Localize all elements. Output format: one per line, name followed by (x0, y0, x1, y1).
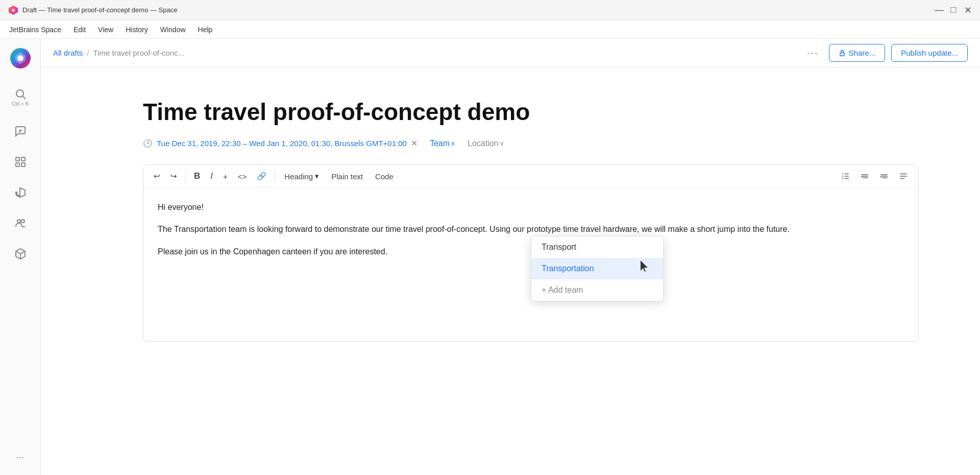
indent-icon (860, 172, 869, 181)
align-menu-button[interactable] (895, 170, 912, 183)
svg-line-7 (22, 97, 26, 100)
numbered-list-button[interactable]: 1 2 3 (837, 170, 854, 183)
content-paragraph-1: Hi everyone! (158, 200, 904, 214)
minimize-button[interactable]: — (935, 6, 943, 14)
location-chevron-icon: ∨ (500, 140, 504, 147)
content-paragraph-2: The Transportation team is looking forwa… (158, 222, 904, 236)
breadcrumb-separator: / (87, 49, 89, 57)
outdent-icon (879, 172, 889, 181)
svg-rect-12 (16, 163, 19, 167)
team-selector[interactable]: Team ∧ (430, 139, 455, 148)
toolbar-separator-1 (185, 171, 186, 181)
sidebar: Ctrl + K (0, 39, 41, 475)
editor-toolbar: ↩ ↪ B I + <> 🔗 Heading ▾ Plain text Code (143, 165, 918, 188)
code-inline-button[interactable]: <> (234, 170, 251, 183)
redo-button[interactable]: ↪ (166, 170, 181, 183)
menu-edit[interactable]: Edit (68, 23, 91, 36)
svg-point-16 (21, 220, 24, 223)
search-icon (14, 88, 27, 100)
italic-button[interactable]: I (206, 169, 217, 183)
title-bar-left: Draft — Time travel proof-of-concept dem… (8, 5, 177, 15)
svg-text:3: 3 (842, 177, 844, 180)
document-meta: 🕐 Tue Dec 31, 2019, 22:30 – Wed Jan 1, 2… (143, 138, 919, 148)
more-options-button[interactable]: ··· (803, 45, 823, 61)
title-bar: Draft — Time travel proof-of-concept dem… (0, 0, 980, 20)
svg-point-6 (16, 90, 23, 97)
document-area: Time travel proof-of-concept demo 🕐 Tue … (41, 67, 980, 475)
sidebar-item-announcements[interactable] (4, 182, 37, 203)
heading-chevron-icon: ▾ (315, 172, 319, 181)
menu-jetbrains-space[interactable]: JetBrains Space (4, 23, 66, 36)
chat-icon (14, 125, 27, 137)
menu-history[interactable]: History (120, 23, 153, 36)
sidebar-item-chat[interactable] (4, 121, 37, 141)
indent-button[interactable] (856, 170, 873, 183)
svg-rect-11 (21, 157, 25, 161)
publish-button[interactable]: Publish update... (891, 44, 968, 62)
toolbar-separator-2 (275, 171, 275, 181)
plus-button[interactable]: + (219, 170, 232, 183)
sidebar-item-team[interactable] (4, 213, 37, 233)
code-block-button[interactable]: Code (370, 170, 399, 183)
team-label: Team (430, 139, 450, 148)
share-button[interactable]: Share... (829, 44, 886, 62)
breadcrumb: All drafts / Time travel proof-of-conc..… (53, 49, 184, 57)
svg-rect-13 (21, 163, 25, 167)
document-title: Time travel proof-of-concept demo (143, 98, 919, 126)
breadcrumb-current: Time travel proof-of-conc... (93, 49, 185, 57)
sidebar-item-search[interactable]: Ctrl + K (4, 84, 37, 111)
ordered-list-icon: 1 2 3 (841, 172, 850, 181)
svg-point-5 (17, 55, 23, 61)
title-bar-title: Draft — Time travel proof-of-concept dem… (22, 6, 177, 14)
dropdown-add-team[interactable]: + Add team (531, 279, 663, 301)
sidebar-more-button[interactable]: ··· (12, 448, 28, 467)
location-label: Location (468, 139, 499, 148)
sidebar-item-apps[interactable] (4, 152, 37, 172)
maximize-button[interactable]: □ (949, 6, 958, 14)
megaphone-icon (14, 186, 27, 199)
svg-point-2 (12, 9, 15, 11)
close-button[interactable]: ✕ (964, 6, 972, 14)
link-button[interactable]: 🔗 (253, 170, 271, 183)
svg-marker-14 (20, 188, 25, 197)
menu-view[interactable]: View (93, 23, 118, 36)
menu-window[interactable]: Window (155, 23, 191, 36)
dropdown-item-transportation[interactable]: Transportation (531, 258, 663, 279)
plain-text-button[interactable]: Plain text (326, 170, 368, 183)
apps-icon (14, 156, 27, 168)
team-icon (14, 217, 27, 229)
sidebar-logo[interactable] (9, 47, 32, 69)
breadcrumb-all-drafts[interactable]: All drafts (53, 49, 83, 57)
date-remove-button[interactable]: ✕ (411, 138, 418, 148)
bold-button[interactable]: B (190, 169, 204, 183)
align-icon (899, 172, 908, 181)
lock-icon (839, 50, 846, 57)
top-bar: All drafts / Time travel proof-of-conc..… (41, 39, 980, 67)
date-text: Tue Dec 31, 2019, 22:30 – Wed Jan 1, 202… (157, 139, 407, 148)
svg-rect-18 (840, 53, 844, 56)
svg-point-15 (17, 220, 20, 223)
jetbrains-logo-icon (8, 5, 18, 15)
content-area: All drafts / Time travel proof-of-conc..… (41, 39, 980, 475)
location-selector[interactable]: Location ∨ (468, 139, 504, 148)
sidebar-item-packages[interactable] (4, 244, 37, 264)
package-icon (14, 248, 27, 260)
svg-rect-10 (16, 157, 19, 161)
toolbar-right: 1 2 3 (837, 170, 912, 183)
document-date[interactable]: 🕐 Tue Dec 31, 2019, 22:30 – Wed Jan 1, 2… (143, 138, 418, 148)
menu-help[interactable]: Help (193, 23, 218, 36)
team-dropdown: Transport Transportation + Add team (531, 236, 664, 301)
clock-icon: 🕐 (143, 139, 153, 148)
heading-dropdown[interactable]: Heading ▾ (279, 170, 324, 183)
dropdown-item-transport[interactable]: Transport (531, 236, 663, 258)
title-bar-controls: — □ ✕ (935, 6, 972, 14)
top-bar-actions: ··· Share... Publish update... (803, 44, 968, 62)
menu-bar: JetBrains Space Edit View History Window… (0, 20, 980, 39)
team-chevron-icon: ∧ (451, 140, 455, 147)
outdent-button[interactable] (875, 170, 893, 183)
search-label: Ctrl + K (12, 101, 29, 107)
undo-button[interactable]: ↩ (150, 170, 164, 183)
app-layout: Ctrl + K (0, 39, 980, 475)
